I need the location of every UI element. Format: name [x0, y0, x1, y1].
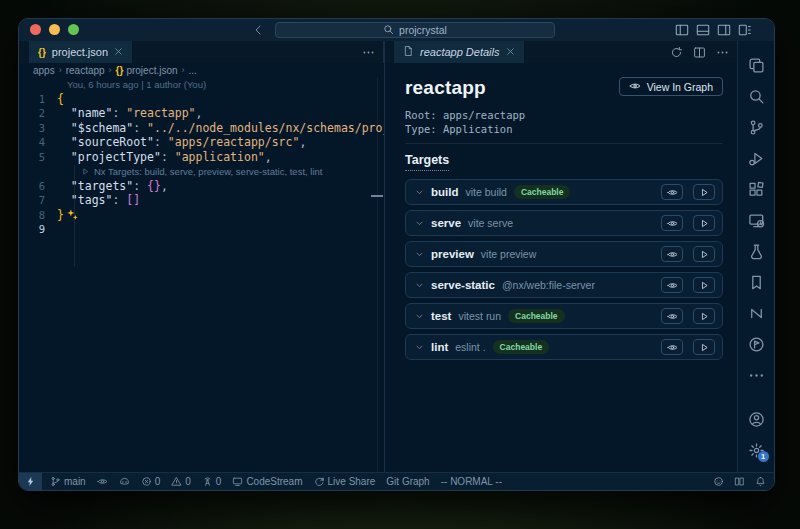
minimize-window-button[interactable]	[49, 24, 60, 35]
status-item-forwarded-ports[interactable]: 0	[202, 476, 222, 487]
status-item-notifications[interactable]	[755, 476, 766, 487]
breadcrumb-item[interactable]: apps	[33, 65, 55, 76]
right-action-refresh-icon[interactable]	[670, 46, 683, 59]
status-item-vim-mode[interactable]: -- NORMAL --	[441, 476, 502, 487]
tab-project-json[interactable]: {} project.json	[29, 41, 132, 63]
target-name: serve	[431, 217, 461, 229]
breadcrumb-item[interactable]: {}project.json	[116, 65, 178, 76]
right-action-more-icon[interactable]	[716, 46, 729, 59]
chevron-down-icon[interactable]	[415, 312, 424, 321]
close-tab-icon[interactable]	[114, 46, 123, 58]
line-number: 3	[19, 122, 57, 134]
show-target-config-button[interactable]	[661, 277, 683, 293]
source-control-icon	[748, 119, 765, 136]
activity-bar-item-run-debug[interactable]	[738, 143, 775, 174]
cacheable-badge: Cacheable	[508, 309, 565, 323]
breadcrumb[interactable]: apps›reactapp›{}project.json›...	[19, 63, 384, 77]
chevron-down-icon[interactable]	[415, 188, 424, 197]
run-target-button[interactable]	[693, 246, 715, 262]
target-row-test[interactable]: testvitest runCacheable	[405, 303, 723, 329]
activity-bar-item-codestream[interactable]	[738, 329, 775, 360]
close-window-button[interactable]	[30, 24, 41, 35]
activity-bar-item-nx-console[interactable]	[738, 298, 775, 329]
show-target-config-button[interactable]	[661, 339, 683, 355]
status-item-codestream-status[interactable]: CodeStream	[232, 476, 302, 487]
show-target-config-button[interactable]	[661, 308, 683, 324]
target-row-serve[interactable]: servevite serve	[405, 210, 723, 236]
back-arrow-icon[interactable]	[252, 22, 265, 42]
run-target-button[interactable]	[693, 277, 715, 293]
chevron-down-icon[interactable]	[415, 343, 424, 352]
status-item-git-branch[interactable]: main	[50, 476, 86, 487]
line-number: 8	[19, 209, 57, 221]
vscode-window: projcrystal {} project.json reactapp Det…	[18, 18, 775, 491]
run-target-button[interactable]	[693, 184, 715, 200]
code-line: 3 "$schema": "../../node_modules/nx/sche…	[19, 121, 384, 136]
show-target-config-button[interactable]	[661, 184, 683, 200]
project-title: reactapp	[405, 77, 486, 99]
titlebar: projcrystal	[19, 19, 774, 41]
breadcrumb-item[interactable]: reactapp	[66, 65, 105, 76]
run-target-button[interactable]	[693, 339, 715, 355]
smiley-icon	[713, 476, 724, 487]
chevron-down-icon[interactable]	[415, 250, 424, 259]
file-icon	[403, 45, 414, 59]
view-in-graph-button[interactable]: View In Graph	[619, 77, 723, 96]
target-row-serve-static[interactable]: serve-static@nx/web:file-server	[405, 272, 723, 298]
breadcrumb-item[interactable]: ...	[189, 65, 197, 76]
remote-explorer-icon	[748, 212, 765, 229]
activity-bar-item-accounts[interactable]	[738, 404, 775, 435]
target-row-lint[interactable]: linteslint .Cacheable	[405, 334, 723, 360]
target-row-build[interactable]: buildvite buildCacheable	[405, 179, 723, 205]
activity-bar-item-source-control[interactable]	[738, 112, 775, 143]
layout-customize-icon[interactable]	[738, 23, 752, 37]
left-action-more-icon[interactable]	[362, 46, 375, 59]
chevron-down-icon[interactable]	[415, 281, 424, 290]
layout-sidebar-left-icon[interactable]	[675, 23, 689, 37]
activity-bar-item-remote-explorer[interactable]	[738, 205, 775, 236]
code-editor[interactable]: You, 6 hours ago | 1 author (You)1{2 "na…	[19, 77, 384, 472]
run-target-button[interactable]	[693, 308, 715, 324]
view-in-graph-label: View In Graph	[647, 81, 713, 93]
target-name: lint	[431, 341, 448, 353]
activity-bar-item-bookmarks[interactable]	[738, 267, 775, 298]
project-details-panel: reactapp View In Graph Root: apps/reacta…	[385, 63, 739, 472]
status-item-git-graph[interactable]: Git Graph	[386, 476, 429, 487]
status-item-editor-layout-status[interactable]	[734, 476, 745, 487]
layout-panel-icon[interactable]	[696, 23, 710, 37]
codelens-run-icon	[81, 167, 90, 176]
chevron-down-icon[interactable]	[415, 219, 424, 228]
status-item-remote-indicator[interactable]	[19, 473, 42, 491]
search-icon	[383, 24, 394, 37]
activity-bar-item-explorer[interactable]	[738, 50, 775, 81]
command-center-search[interactable]: projcrystal	[275, 22, 555, 38]
status-item-copilot-status[interactable]	[119, 476, 130, 487]
target-command: eslint .	[455, 341, 485, 353]
git-blame-annotation: You, 6 hours ago | 1 author (You)	[19, 77, 384, 92]
activity-bar-item-settings[interactable]: 1	[738, 435, 775, 466]
targets-list: buildvite buildCacheableservevite servep…	[405, 179, 723, 360]
status-item-errors[interactable]: 0	[141, 476, 161, 487]
run-debug-icon	[748, 150, 765, 167]
status-item-live-share[interactable]: Live Share	[314, 476, 376, 487]
activity-bar-item-search[interactable]	[738, 81, 775, 112]
close-tab-icon[interactable]	[506, 46, 515, 58]
status-item-warnings[interactable]: 0	[171, 476, 191, 487]
bookmark-icon	[748, 274, 765, 291]
show-target-config-button[interactable]	[661, 246, 683, 262]
activity-bar-item-extensions[interactable]	[738, 174, 775, 205]
overview-ruler-decoration	[371, 195, 383, 197]
status-item-gitlens-blame-toggle[interactable]	[97, 476, 108, 487]
run-target-button[interactable]	[693, 215, 715, 231]
zoom-window-button[interactable]	[68, 24, 79, 35]
layout-sidebar-right-icon[interactable]	[717, 23, 731, 37]
status-item-feedback[interactable]	[713, 476, 724, 487]
target-row-preview[interactable]: previewvite preview	[405, 241, 723, 267]
activity-bar-item-testing[interactable]	[738, 236, 775, 267]
tab-reactapp-details[interactable]: reactapp Details	[394, 41, 524, 63]
show-target-config-button[interactable]	[661, 215, 683, 231]
activity-bar-item-additional-views[interactable]	[738, 360, 775, 391]
type-label: Type:	[405, 123, 437, 135]
line-number: 1	[19, 93, 57, 105]
right-action-split-editor-icon[interactable]	[693, 46, 706, 59]
